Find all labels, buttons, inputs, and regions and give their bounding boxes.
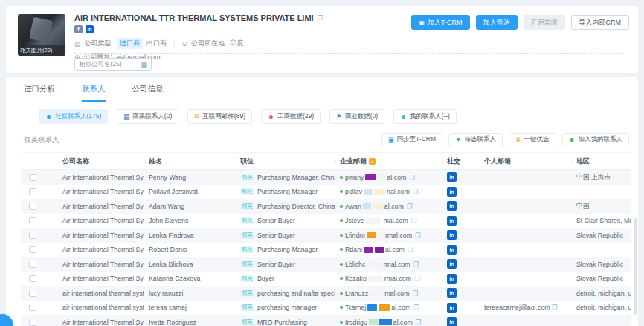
linkedin-icon[interactable]: in — [447, 201, 457, 211]
email-suffix: rmal.com — [384, 275, 411, 282]
add-radar-button[interactable]: 加入雷达 — [476, 15, 518, 30]
email-prefix: Tcarnej — [345, 304, 366, 311]
company-photo[interactable]: 相关图片(20) — [18, 14, 65, 56]
row-checkbox[interactable] — [29, 174, 36, 181]
procurement-contacts-icon: ▤ — [123, 113, 129, 120]
social-cell: in — [442, 230, 480, 240]
job-title-text: Senior Buyer — [257, 261, 295, 268]
contact-name-cell: lucy ranuzzi — [144, 290, 236, 297]
contact-name-cell: John Stevens — [144, 217, 236, 224]
contacts-table: 公司名称 姓名 职位 企业邮箱 ☺ 社交 个人邮箱 地区 Air Interna… — [21, 152, 631, 326]
tab-contacts[interactable]: 联系人 — [82, 84, 106, 102]
row-checkbox[interactable] — [29, 304, 36, 311]
copy-email-icon[interactable]: ❐ — [411, 217, 417, 224]
tool-label: 同步至T-CRM — [397, 135, 436, 144]
email-prefix: pollav — [345, 188, 362, 195]
row-checkbox[interactable] — [29, 275, 36, 282]
sync-icon: ▣ — [388, 136, 394, 143]
similar-company-calendar-icon[interactable]: ▦ — [141, 61, 147, 68]
copy-email-icon[interactable]: ❐ — [407, 203, 413, 210]
company-cell: air international thermal systems — [45, 290, 144, 297]
checkbox-cell — [21, 261, 45, 268]
email-cell: Awanal.com❐ — [335, 203, 442, 210]
sync-tcrm-button[interactable]: ▣ 同步至T-CRM — [381, 133, 442, 146]
company-cell: Air International Thermal Systems — [45, 203, 144, 210]
add-to-my-contacts-button[interactable]: ☻ 加入我的联系人 — [562, 133, 629, 146]
copy-email-icon[interactable]: ❐ — [415, 232, 421, 239]
email-valid-dot-icon — [340, 277, 343, 280]
internet-emails-icon: ✉ — [194, 113, 199, 120]
checkbox-cell — [21, 203, 45, 210]
linkedin-icon[interactable]: in — [447, 274, 457, 284]
tab-company-info[interactable]: 公司信息 — [132, 84, 164, 102]
copy-email-icon[interactable]: ❐ — [414, 275, 420, 282]
chip-procurement-contacts[interactable]: ▤ 商采联系人(0) — [117, 109, 178, 124]
linkedin-icon[interactable]: in — [447, 187, 457, 197]
linkedin-icon[interactable]: in — [447, 245, 457, 255]
email-valid-dot-icon — [340, 234, 343, 237]
header-social: 社交 — [442, 157, 480, 166]
linkedin-icon[interactable]: in — [447, 303, 457, 313]
linkedin-icon[interactable]: in — [447, 288, 457, 298]
linkedin-icon[interactable]: in — [447, 230, 457, 240]
linkedin-source-badge: 领英 — [240, 275, 254, 282]
row-checkbox[interactable] — [29, 217, 36, 224]
copy-email-icon[interactable]: ❐ — [409, 174, 415, 181]
linkedin-icon[interactable]: in — [447, 172, 457, 182]
importer-badge[interactable]: 进口商 — [117, 38, 143, 49]
job-title-text: MRO Purchasing — [257, 319, 307, 326]
email-valid-dot-icon — [340, 306, 343, 309]
email-cell: pollavnal.com❐ — [335, 188, 442, 195]
linkedin-icon[interactable]: in — [447, 317, 457, 326]
tab-import-analysis[interactable]: 进口分析 — [24, 84, 55, 102]
row-checkbox[interactable] — [29, 232, 36, 239]
row-checkbox[interactable] — [29, 188, 36, 195]
row-checkbox[interactable] — [29, 290, 36, 297]
copy-personal-email-icon[interactable]: ❐ — [552, 304, 558, 311]
tool-label: 筛选联系人 — [464, 135, 496, 144]
linkedin-source-badge: 领英 — [240, 290, 254, 297]
copy-email-icon[interactable]: ❐ — [413, 290, 419, 297]
copy-email-icon[interactable]: ❐ — [413, 261, 419, 268]
copy-email-icon[interactable]: ❐ — [413, 304, 419, 311]
chip-internet-emails[interactable]: ✉ 互联网邮件(89) — [187, 109, 252, 124]
row-checkbox[interactable] — [29, 261, 36, 268]
chip-social-contacts[interactable]: ☻ 社媒联系人(175) — [39, 109, 108, 124]
email-prefix: Lranuzz — [345, 290, 368, 297]
one-click-select-button[interactable]: ♛ 一键优选 — [509, 133, 556, 146]
row-checkbox[interactable] — [29, 203, 36, 210]
chip-label: 社媒联系人(175) — [55, 112, 101, 121]
linkedin-icon[interactable]: in — [86, 25, 94, 33]
copy-email-icon[interactable]: ❐ — [408, 246, 413, 253]
copy-email-icon[interactable]: ❐ — [416, 319, 422, 326]
chip-business-registry[interactable]: ☻ 工商数据(29) — [261, 109, 321, 124]
add-tcrm-button[interactable]: ▣ 加入T-CRM — [411, 15, 469, 30]
facebook-icon[interactable]: f — [74, 25, 83, 33]
job-title-cell: 领英Purchasing Manager — [236, 246, 335, 253]
chip-my-contacts[interactable]: ☻ 我的联系人(--) — [393, 109, 457, 124]
tcrm-icon: ▣ — [419, 19, 425, 26]
filter-contacts-button[interactable]: ▼ 筛选联系人 — [448, 133, 503, 146]
contact-name-cell: Ivetta Rodriguez — [144, 319, 236, 326]
similar-company-input[interactable]: 相似公司名(25) ▦ — [74, 58, 152, 71]
copy-email-icon[interactable]: ❐ — [413, 188, 419, 195]
tool-label: 加入我的联系人 — [579, 135, 623, 144]
linkedin-source-badge: 领英 — [240, 174, 254, 181]
row-checkbox[interactable] — [29, 319, 36, 326]
exporter-label[interactable]: 出口商 — [146, 39, 167, 48]
table-body: Air International Thermal SystemsPenny W… — [21, 170, 631, 326]
email-mask — [363, 203, 371, 209]
add-tcrm-label: 加入T-CRM — [428, 18, 463, 27]
chip-commercial-data[interactable]: ⚑ 商业数据(0) — [329, 109, 384, 124]
copy-title-icon[interactable]: ❐ — [318, 14, 323, 22]
linkedin-icon[interactable]: in — [447, 259, 457, 269]
personal-email-text: tereeacarnej@aol.com — [484, 304, 550, 311]
import-crm-button[interactable]: 导入内部CRM — [571, 15, 630, 30]
linkedin-icon[interactable]: in — [447, 216, 457, 226]
vertical-scrollbar[interactable] — [634, 218, 637, 315]
email-suffix: mal.com — [384, 290, 409, 297]
start-monitor-button[interactable]: 开启监测 — [524, 15, 565, 30]
email-mask — [379, 304, 390, 311]
divider: | — [173, 40, 175, 48]
row-checkbox[interactable] — [29, 246, 36, 253]
